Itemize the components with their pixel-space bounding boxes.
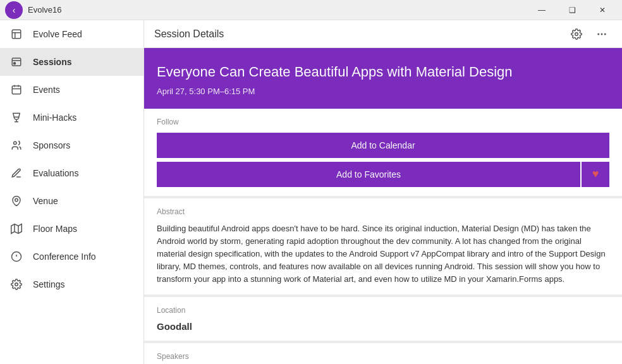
location-section: Location Goodall xyxy=(144,297,622,341)
add-to-favorites-button[interactable]: Add to Favorites xyxy=(157,162,580,187)
svg-marker-12 xyxy=(11,224,22,234)
sidebar-label-floor-maps: Floor Maps xyxy=(33,224,77,234)
sidebar-label-evolve-feed: Evolve Feed xyxy=(33,29,82,39)
sidebar-item-evaluations[interactable]: Evaluations xyxy=(0,159,143,187)
sidebar: Evolve Feed Sessions Events Mini-Hacks S… xyxy=(0,20,144,364)
back-button[interactable]: ‹ xyxy=(5,1,23,19)
sidebar-item-venue[interactable]: Venue xyxy=(0,187,143,215)
svg-rect-0 xyxy=(12,30,21,39)
svg-point-21 xyxy=(601,33,603,35)
app-title: Evolve16 xyxy=(28,5,61,15)
events-icon xyxy=(10,83,23,96)
add-to-calendar-button[interactable]: Add to Calendar xyxy=(157,133,609,158)
settings-icon xyxy=(10,278,23,291)
sidebar-item-events[interactable]: Events xyxy=(0,76,143,104)
gear-button[interactable] xyxy=(566,24,587,44)
title-bar: ‹ Evolve16 — ❑ ✕ xyxy=(0,0,622,20)
svg-point-20 xyxy=(597,33,599,35)
minimize-button[interactable]: — xyxy=(527,0,556,20)
location-label: Location xyxy=(157,306,609,315)
session-date: April 27, 5:30 PM–6:15 PM xyxy=(157,87,609,96)
sidebar-label-venue: Venue xyxy=(33,196,58,206)
mini-hacks-icon xyxy=(10,111,23,124)
abstract-label: Abstract xyxy=(157,207,609,216)
close-button[interactable]: ✕ xyxy=(588,0,617,20)
svg-point-22 xyxy=(604,33,606,35)
sidebar-label-events: Events xyxy=(33,85,60,95)
page-title: Session Details xyxy=(154,28,224,40)
sidebar-label-settings: Settings xyxy=(33,279,65,289)
sidebar-label-evaluations: Evaluations xyxy=(33,168,78,178)
sidebar-item-evolve-feed[interactable]: Evolve Feed xyxy=(0,20,143,48)
sidebar-item-conference-info[interactable]: Conference Info xyxy=(0,243,143,270)
heart-icon: ♥ xyxy=(592,167,599,181)
conference-info-icon xyxy=(10,250,23,263)
maximize-button[interactable]: ❑ xyxy=(558,0,587,20)
main-header: Session Details xyxy=(144,20,622,48)
header-actions xyxy=(566,24,612,44)
venue-icon xyxy=(10,195,23,207)
app-body: Evolve Feed Sessions Events Mini-Hacks S… xyxy=(0,20,622,364)
session-hero: Everyone Can Create Beautiful Apps with … xyxy=(144,48,622,109)
session-title: Everyone Can Create Beautiful Apps with … xyxy=(157,63,609,82)
sidebar-label-mini-hacks: Mini-Hacks xyxy=(33,112,76,123)
heart-button[interactable]: ♥ xyxy=(582,162,609,187)
svg-point-5 xyxy=(14,63,16,64)
main-content: Session Details Everyone Can Create Beau… xyxy=(144,20,622,364)
evolve-feed-icon xyxy=(10,28,23,40)
sessions-icon xyxy=(10,56,23,68)
svg-point-19 xyxy=(575,32,578,35)
floor-maps-icon xyxy=(10,222,23,235)
sidebar-label-sessions: Sessions xyxy=(33,57,71,67)
content-area[interactable]: Everyone Can Create Beautiful Apps with … xyxy=(144,48,622,364)
speakers-section: Speakers Jérémie Laval Android Designer,… xyxy=(144,343,622,364)
svg-point-18 xyxy=(15,283,18,286)
title-bar-left: ‹ Evolve16 xyxy=(5,1,61,19)
follow-section: Follow Add to Calendar Add to Favorites … xyxy=(144,109,622,196)
abstract-text: Building beautiful Android apps doesn't … xyxy=(157,222,609,286)
svg-point-10 xyxy=(14,142,17,145)
svg-rect-3 xyxy=(12,58,21,66)
sidebar-item-sponsors[interactable]: Sponsors xyxy=(0,131,143,159)
sidebar-item-mini-hacks[interactable]: Mini-Hacks xyxy=(0,104,143,131)
favorites-row: Add to Favorites ♥ xyxy=(157,162,609,187)
speakers-label: Speakers xyxy=(157,352,609,361)
location-name: Goodall xyxy=(157,321,609,332)
sidebar-item-settings[interactable]: Settings xyxy=(0,270,143,298)
window-controls: — ❑ ✕ xyxy=(527,0,617,20)
sidebar-label-sponsors: Sponsors xyxy=(33,140,70,150)
follow-label: Follow xyxy=(157,118,609,126)
svg-point-11 xyxy=(15,198,18,202)
abstract-section: Abstract Building beautiful Android apps… xyxy=(144,198,622,295)
sidebar-label-conference-info: Conference Info xyxy=(33,252,96,262)
sponsors-icon xyxy=(10,139,23,152)
svg-rect-6 xyxy=(12,86,21,94)
sidebar-item-floor-maps[interactable]: Floor Maps xyxy=(0,215,143,243)
more-options-button[interactable] xyxy=(592,24,612,44)
evaluations-icon xyxy=(10,167,23,179)
sidebar-item-sessions[interactable]: Sessions xyxy=(0,48,143,76)
